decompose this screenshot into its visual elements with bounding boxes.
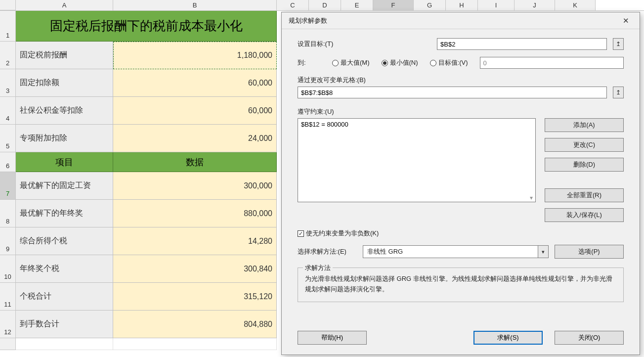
col-header-G[interactable]: G	[414, 0, 446, 10]
by-changing-label: 通过更改可变单元格:(B)	[298, 76, 624, 85]
reset-all-button[interactable]: 全部重置(R)	[545, 188, 624, 202]
col-header-B[interactable]: B	[113, 0, 277, 10]
dialog-title: 规划求解参数	[289, 16, 617, 25]
col-header-K[interactable]: K	[555, 0, 596, 10]
row-header-10[interactable]: 10	[0, 255, 16, 283]
help-button[interactable]: 帮助(H)	[298, 331, 367, 345]
arrow-up-icon: ↥	[616, 41, 621, 47]
row-header-2[interactable]: 2	[0, 42, 16, 69]
row-header-7[interactable]: 7	[0, 172, 16, 200]
set-objective-input[interactable]: $B$2	[437, 38, 607, 50]
constraints-listbox[interactable]: $B$12 = 800000 ▾	[298, 118, 536, 202]
section-header-left[interactable]: 项目	[16, 152, 113, 172]
label-cell[interactable]: 社保公积金等扣除	[16, 97, 113, 125]
col-header-D[interactable]: D	[309, 0, 341, 10]
value-cell[interactable]: 300,840	[113, 255, 277, 283]
select-all-corner[interactable]	[0, 0, 16, 10]
value-cell[interactable]: 24,000	[113, 125, 277, 152]
radio-value-label: 目标值:(V)	[438, 58, 468, 67]
groupbox-text: 为光滑非线性规划求解问题选择 GRG 非线性引擎。为线性规划求解问题选择单纯线性…	[305, 274, 616, 295]
radio-indicator	[382, 60, 388, 66]
value-of-input[interactable]: 0	[480, 57, 624, 69]
add-constraint-button[interactable]: 添加(A)	[545, 118, 624, 132]
scroll-thumb-icon: ▾	[528, 194, 535, 201]
section-header-right[interactable]: 数据	[113, 152, 277, 172]
method-select[interactable]: 非线性 GRG ▾	[363, 245, 549, 258]
column-headers: A B C D E F G H I J K	[0, 0, 644, 11]
checkbox-indicator: ✓	[298, 230, 304, 237]
close-icon: ✕	[623, 16, 629, 25]
label-cell[interactable]: 最优解下的年终奖	[16, 200, 113, 227]
row-header-3[interactable]: 3	[0, 69, 16, 97]
row-header-9[interactable]: 9	[0, 227, 16, 255]
col-header-C[interactable]: C	[277, 0, 309, 10]
row-header-5[interactable]: 5	[0, 125, 16, 152]
load-save-button[interactable]: 装入/保存(L)	[545, 208, 624, 222]
label-cell[interactable]: 综合所得个税	[16, 227, 113, 255]
method-select-value: 非线性 GRG	[363, 245, 538, 258]
label-cell[interactable]: 固定扣除额	[16, 69, 113, 97]
radio-max-label: 最大值(M)	[341, 58, 370, 67]
value-cell[interactable]: 804,880	[113, 311, 277, 338]
value-cell[interactable]: 60,000	[113, 97, 277, 125]
value-cell[interactable]: 60,000	[113, 69, 277, 97]
value-cell[interactable]: 880,000	[113, 200, 277, 227]
value-cell[interactable]: 1,180,000	[113, 42, 277, 69]
close-button[interactable]: ✕	[617, 14, 635, 28]
change-constraint-button[interactable]: 更改(C)	[545, 138, 624, 152]
constraints-label: 遵守约束:(U)	[298, 107, 624, 116]
constraint-item[interactable]: $B$12 = 800000	[301, 121, 532, 128]
collapse-ref-button[interactable]: ↥	[613, 87, 624, 98]
row-header-4[interactable]: 4	[0, 97, 16, 125]
collapse-ref-button[interactable]: ↥	[613, 38, 624, 50]
arrow-up-icon: ↥	[616, 89, 621, 96]
method-groupbox: 求解方法 为光滑非线性规划求解问题选择 GRG 非线性引擎。为线性规划求解问题选…	[298, 268, 624, 302]
close-dialog-button[interactable]: 关闭(O)	[555, 331, 624, 345]
radio-indicator	[332, 60, 339, 66]
dialog-footer: 帮助(H) 求解(S) 关闭(O)	[282, 331, 640, 355]
value-cell[interactable]: 14,280	[113, 227, 277, 255]
row-header-13[interactable]	[0, 338, 16, 350]
nonneg-label: 使无约束变量为非负数(K)	[306, 229, 379, 238]
label-cell[interactable]: 到手数合计	[16, 311, 113, 338]
solver-dialog: 规划求解参数 ✕ 设置目标:(T) $B$2 ↥ 到: 最大值(M) 最小值(N…	[281, 12, 640, 355]
value-cell[interactable]: 300,000	[113, 172, 277, 200]
groupbox-title: 求解方法	[303, 264, 333, 272]
empty-cell[interactable]	[113, 338, 277, 350]
dialog-body: 设置目标:(T) $B$2 ↥ 到: 最大值(M) 最小值(N) 目标值:(V)…	[282, 29, 640, 331]
radio-value[interactable]: 目标值:(V)	[430, 58, 468, 67]
solve-button[interactable]: 求解(S)	[473, 331, 543, 345]
row-header-8[interactable]: 8	[0, 200, 16, 227]
label-cell[interactable]: 专项附加扣除	[16, 125, 113, 152]
label-cell[interactable]: 最优解下的固定工资	[16, 172, 113, 200]
title-cell[interactable]: 固定税后报酬下的税前成本最小化	[16, 11, 277, 42]
options-button[interactable]: 选项(P)	[555, 245, 624, 259]
row-header-12[interactable]: 12	[0, 311, 16, 338]
dialog-titlebar[interactable]: 规划求解参数 ✕	[282, 12, 640, 29]
label-cell[interactable]: 固定税前报酬	[16, 42, 113, 69]
radio-max[interactable]: 最大值(M)	[332, 58, 370, 67]
row-header-11[interactable]: 11	[0, 283, 16, 311]
label-cell[interactable]: 个税合计	[16, 283, 113, 311]
col-header-H[interactable]: H	[446, 0, 478, 10]
empty-cell[interactable]	[16, 338, 113, 350]
radio-min-label: 最小值(N)	[390, 58, 418, 67]
value-cell[interactable]: 315,120	[113, 283, 277, 311]
col-header-F[interactable]: F	[373, 0, 414, 10]
method-label: 选择求解方法:(E)	[298, 247, 357, 256]
col-header-A[interactable]: A	[16, 0, 113, 10]
set-objective-label: 设置目标:(T)	[298, 40, 431, 48]
chevron-down-icon: ▾	[538, 245, 549, 258]
col-header-J[interactable]: J	[515, 0, 555, 10]
label-cell[interactable]: 年终奖个税	[16, 255, 113, 283]
nonneg-checkbox[interactable]: ✓ 使无约束变量为非负数(K)	[298, 229, 379, 238]
row-header-6[interactable]: 6	[0, 152, 16, 172]
radio-indicator	[430, 60, 436, 66]
radio-min[interactable]: 最小值(N)	[382, 58, 418, 67]
delete-constraint-button[interactable]: 删除(D)	[545, 158, 624, 172]
col-header-E[interactable]: E	[341, 0, 373, 10]
to-label: 到:	[298, 58, 326, 67]
by-changing-input[interactable]: $B$7:$B$8	[298, 87, 607, 98]
row-header-1[interactable]: 1	[0, 11, 16, 42]
col-header-I[interactable]: I	[478, 0, 515, 10]
